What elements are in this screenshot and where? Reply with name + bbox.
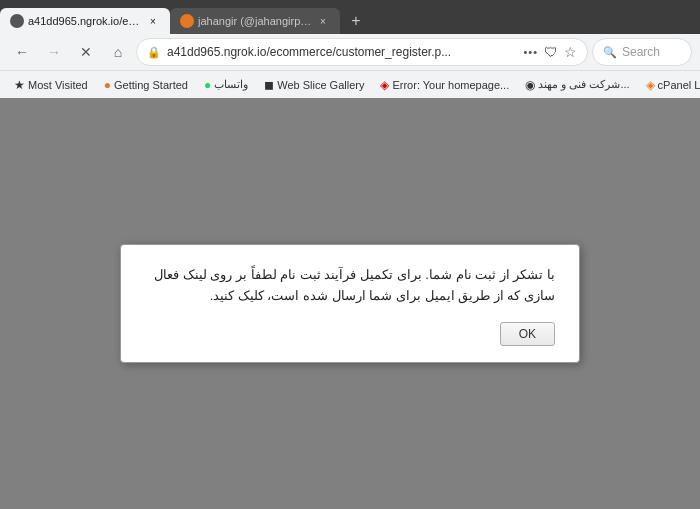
- search-placeholder: Search: [622, 45, 660, 59]
- browser-chrome: a41dd965.ngrok.io/ecommerce/c... × jahan…: [0, 0, 700, 98]
- bookmark-icon: 🛡: [544, 44, 558, 60]
- bookmark-label-most-visited: Most Visited: [28, 79, 88, 91]
- bookmark-label-web-slice: Web Slice Gallery: [277, 79, 364, 91]
- tab-title-1: a41dd965.ngrok.io/ecommerce/c...: [28, 15, 142, 27]
- tab-inactive[interactable]: jahangir (@jahangirpachkam) • Ins... ×: [170, 8, 340, 34]
- bookmarks-bar: ★ Most Visited ● Getting Started ● واتسا…: [0, 70, 700, 98]
- address-text: a41dd965.ngrok.io/ecommerce/customer_reg…: [167, 45, 517, 59]
- whatsapp-icon: ●: [204, 78, 211, 92]
- error-icon: ◈: [380, 78, 389, 92]
- bookmark-label-error: Error: Your homepage...: [392, 79, 509, 91]
- bookmark-web-slice[interactable]: ◼ Web Slice Gallery: [258, 76, 370, 94]
- bookmark-label-cpanel: cPanel Login: [658, 79, 700, 91]
- tab-close-1[interactable]: ×: [146, 14, 160, 28]
- search-icon: 🔍: [603, 46, 617, 59]
- dialog-ok-button[interactable]: OK: [500, 322, 555, 346]
- firefox-icon: ●: [104, 78, 111, 92]
- search-bar[interactable]: 🔍 Search: [592, 38, 692, 66]
- tab-title-2: jahangir (@jahangirpachkam) • Ins...: [198, 15, 312, 27]
- tab-close-2[interactable]: ×: [316, 14, 330, 28]
- more-options-icon[interactable]: •••: [523, 46, 538, 58]
- reload-button[interactable]: ✕: [72, 38, 100, 66]
- new-tab-button[interactable]: +: [342, 8, 370, 34]
- bookmark-most-visited[interactable]: ★ Most Visited: [8, 76, 94, 94]
- bookmark-label-getting-started: Getting Started: [114, 79, 188, 91]
- web-slice-icon: ◼: [264, 78, 274, 92]
- bookmark-whatsapp[interactable]: ● واتساب: [198, 76, 254, 94]
- tab-favicon-1: [10, 14, 24, 28]
- dialog-message: با تشکر از ثبت نام شما. برای تکمیل فرآین…: [145, 265, 555, 307]
- bookmark-cpanel[interactable]: ◈ cPanel Login: [640, 76, 700, 94]
- bookmark-label-whatsapp: واتساب: [214, 78, 248, 91]
- page-content: با تشکر از ثبت نام شما. برای تکمیل فرآین…: [0, 98, 700, 509]
- star-bookmark-icon: ★: [14, 78, 25, 92]
- bookmark-getting-started[interactable]: ● Getting Started: [98, 76, 194, 94]
- nav-bar: ← → ✕ ⌂ 🔒 a41dd965.ngrok.io/ecommerce/cu…: [0, 34, 700, 70]
- back-button[interactable]: ←: [8, 38, 36, 66]
- sherkate-icon: ◉: [525, 78, 535, 92]
- dialog-footer: OK: [145, 322, 555, 346]
- dialog: با تشکر از ثبت نام شما. برای تکمیل فرآین…: [120, 244, 580, 364]
- cpanel-icon: ◈: [646, 78, 655, 92]
- star-icon[interactable]: ☆: [564, 44, 577, 60]
- lock-icon: 🔒: [147, 46, 161, 59]
- home-button[interactable]: ⌂: [104, 38, 132, 66]
- address-bar[interactable]: 🔒 a41dd965.ngrok.io/ecommerce/customer_r…: [136, 38, 588, 66]
- bookmark-sherkate-fanni[interactable]: ◉ شرکت فنی و مهند...: [519, 76, 635, 94]
- bookmark-error[interactable]: ◈ Error: Your homepage...: [374, 76, 515, 94]
- tab-favicon-2: [180, 14, 194, 28]
- forward-button[interactable]: →: [40, 38, 68, 66]
- tab-bar: a41dd965.ngrok.io/ecommerce/c... × jahan…: [0, 0, 700, 34]
- bookmark-label-sherkate: شرکت فنی و مهند...: [538, 78, 629, 91]
- tab-active[interactable]: a41dd965.ngrok.io/ecommerce/c... ×: [0, 8, 170, 34]
